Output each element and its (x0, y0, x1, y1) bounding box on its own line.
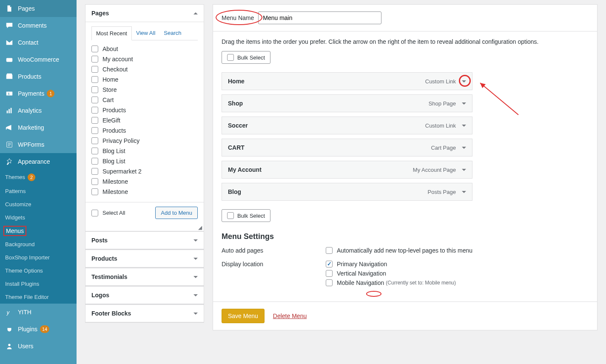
sidebar-item-woocommerce[interactable]: WooCommerce (0, 51, 77, 68)
sidebar-item-contact[interactable]: Contact (0, 34, 77, 51)
page-checkbox[interactable] (91, 117, 98, 124)
sidebar-item-payments[interactable]: $ Payments 1 (0, 85, 77, 102)
accordion-header[interactable]: Logos (85, 287, 204, 304)
page-checkbox[interactable] (91, 158, 98, 165)
sidebar-item-marketing[interactable]: Marketing (0, 119, 77, 136)
page-item[interactable]: EleGift (91, 115, 198, 125)
page-item[interactable]: Supermarket 2 (91, 166, 198, 176)
sub-boxshop-importer[interactable]: BoxShop Importer (0, 251, 77, 264)
select-all-label: Select All (102, 210, 125, 216)
sub-customize[interactable]: Customize (0, 198, 77, 211)
page-item[interactable]: Blog List (91, 156, 198, 166)
page-item[interactable]: Products (91, 125, 198, 136)
sub-install-plugins[interactable]: Install Plugins (0, 277, 77, 290)
page-item[interactable]: Blog List (91, 146, 198, 156)
bulk-select-checkbox[interactable] (227, 54, 234, 61)
page-checkbox[interactable] (91, 137, 98, 144)
sidebar-item-comments[interactable]: Comments (0, 17, 77, 34)
sidebar-item-appearance[interactable]: Appearance (0, 153, 77, 170)
sub-themes[interactable]: Themes2 (0, 170, 77, 185)
pages-accordion-header[interactable]: Pages (85, 5, 204, 22)
bulk-select-checkbox-bottom[interactable] (227, 212, 234, 219)
sidebar-item-products[interactable]: Products (0, 68, 77, 85)
loc-primary-checkbox[interactable] (326, 261, 333, 267)
accordion-header[interactable]: Testimonials (85, 268, 204, 286)
bulk-select-bottom[interactable]: Bulk Select (222, 209, 270, 222)
menu-item-row[interactable]: CARTCart Page (222, 139, 472, 156)
sub-menus[interactable]: Menus (3, 226, 26, 236)
sidebar-item-plugins[interactable]: Plugins 14 (0, 321, 77, 338)
menu-item-type: My Account Page (413, 167, 456, 173)
page-checkbox[interactable] (91, 188, 98, 195)
auto-add-option[interactable]: Automatically add new top-level pages to… (326, 247, 589, 254)
page-item[interactable]: My account (91, 54, 198, 64)
tab-view-all[interactable]: View All (132, 26, 159, 40)
expand-caret-icon[interactable] (462, 125, 466, 127)
page-item[interactable]: Products (91, 105, 198, 115)
auto-add-checkbox[interactable] (326, 247, 333, 254)
select-all[interactable]: Select All (91, 210, 125, 216)
menu-item-row[interactable]: BlogPosts Page (222, 183, 472, 201)
accordion-header[interactable]: Footer Blocks (85, 305, 204, 322)
page-checkbox[interactable] (91, 127, 98, 134)
expand-caret-icon[interactable] (462, 80, 466, 82)
expand-caret-icon[interactable] (462, 147, 466, 149)
page-item[interactable]: Milestone (91, 187, 198, 197)
menu-item-title: My Account (228, 166, 262, 173)
sidebar-item-pages[interactable]: Pages (0, 0, 77, 17)
page-item[interactable]: Cart (91, 95, 198, 105)
page-checkbox[interactable] (91, 178, 98, 185)
sidebar-item-wpforms[interactable]: WPForms (0, 136, 77, 153)
page-item[interactable]: Checkout (91, 64, 198, 74)
page-item[interactable]: Privacy Policy (91, 136, 198, 146)
sidebar-item-users[interactable]: Users (0, 338, 77, 355)
expand-caret-icon[interactable] (462, 102, 466, 105)
page-checkbox[interactable] (91, 168, 98, 175)
loc-mobile-checkbox[interactable] (326, 279, 333, 286)
select-all-checkbox[interactable] (91, 210, 98, 216)
loc-mobile[interactable]: Mobile Navigation (Currently set to: Mob… (326, 279, 589, 286)
page-checkbox[interactable] (91, 76, 98, 83)
page-label: About (102, 46, 118, 52)
loc-vertical[interactable]: Vertical Navigation (326, 270, 589, 277)
page-checkbox[interactable] (91, 97, 98, 103)
sub-patterns[interactable]: Patterns (0, 185, 77, 198)
sidebar-item-yith[interactable]: y YITH (0, 304, 77, 321)
accordion-header[interactable]: Products (85, 250, 204, 267)
sidebar-item-analytics[interactable]: Analytics (0, 102, 77, 119)
page-checkbox[interactable] (91, 66, 98, 73)
loc-primary[interactable]: Primary Navigation (326, 261, 589, 267)
tab-most-recent[interactable]: Most Recent (91, 26, 132, 40)
page-label: Milestone (102, 178, 128, 185)
sub-theme-file-editor[interactable]: Theme File Editor (0, 290, 77, 304)
page-item[interactable]: Milestone (91, 176, 198, 187)
page-checkbox[interactable] (91, 148, 98, 154)
bulk-select-top[interactable]: Bulk Select (222, 51, 270, 64)
page-checkbox[interactable] (91, 56, 98, 63)
sidebar-label: Contact (18, 39, 38, 46)
page-checkbox[interactable] (91, 46, 98, 52)
menu-item-row[interactable]: My AccountMy Account Page (222, 161, 472, 179)
menu-item-row[interactable]: SoccerCustom Link (222, 117, 472, 134)
menu-item-row[interactable]: ShopShop Page (222, 94, 472, 112)
page-item[interactable]: About (91, 44, 198, 54)
page-item[interactable]: Home (91, 74, 198, 85)
loc-vertical-checkbox[interactable] (326, 270, 333, 277)
expand-caret-icon[interactable] (462, 169, 466, 171)
sub-background[interactable]: Background (0, 238, 77, 251)
page-checkbox[interactable] (91, 107, 98, 114)
accordion-header[interactable]: Posts (85, 232, 204, 249)
sub-widgets[interactable]: Widgets (0, 211, 77, 224)
save-menu-button[interactable]: Save Menu (222, 309, 265, 323)
page-item[interactable]: Store (91, 85, 198, 95)
menu-item-row[interactable]: HomeCustom Link (222, 72, 472, 90)
pages-accordion: Pages Most Recent View All Search AboutM… (85, 4, 204, 231)
resize-handle[interactable]: ◢ (85, 225, 204, 231)
menu-name-input[interactable] (258, 11, 381, 24)
delete-menu-link[interactable]: Delete Menu (273, 313, 307, 319)
add-to-menu-button[interactable]: Add to Menu (155, 207, 198, 219)
expand-caret-icon[interactable] (462, 191, 466, 193)
tab-search[interactable]: Search (159, 26, 185, 40)
page-checkbox[interactable] (91, 86, 98, 93)
sub-theme-options[interactable]: Theme Options (0, 264, 77, 277)
